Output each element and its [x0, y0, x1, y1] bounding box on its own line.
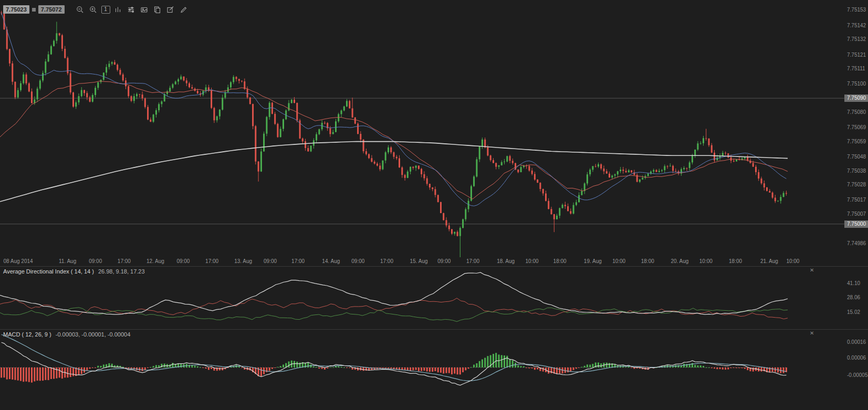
price-line-badge[interactable]: 7.75090 [844, 94, 868, 102]
macd-axis-label: 0.00006 [844, 355, 868, 361]
pencil-icon [180, 6, 187, 14]
time-axis-label: 21. Aug [760, 259, 778, 264]
price-axis-label: 7.75132 [844, 37, 868, 42]
adx-axis-label: 28.06 [844, 295, 868, 300]
chart-type-icon [114, 6, 122, 14]
price-axis-label: 7.75038 [844, 169, 868, 174]
time-axis-label: 10:00 [526, 259, 539, 264]
copy-chart-button[interactable] [152, 5, 163, 14]
time-axis-label: 19. Aug [584, 259, 602, 264]
edit-chart-button[interactable] [165, 5, 176, 14]
macd-axis-label: 0.00016 [844, 340, 868, 345]
draw-button[interactable] [179, 5, 189, 14]
time-axis-label: 09:00 [437, 259, 451, 264]
price-axis-label: 7.75048 [844, 154, 868, 160]
edit-icon [166, 6, 174, 14]
snapshot-icon [140, 6, 148, 14]
macd-axis[interactable]: 0.000160.00006-0.00005 [844, 329, 868, 410]
chart-type-button[interactable] [113, 5, 123, 14]
price-axis-label: 7.75121 [844, 52, 868, 58]
panel-separator [0, 266, 868, 267]
macd-panel-header: MACD ( 12, 26, 9 ) -0.00003, -0.00001, -… [3, 331, 130, 338]
zoom-in-icon [89, 6, 97, 14]
price-line-badge[interactable]: 7.75000 [844, 220, 868, 228]
macd-close-button[interactable]: ✕ [810, 331, 814, 336]
zoom-in-button[interactable] [88, 5, 99, 14]
time-axis-label: 15. Aug [410, 259, 428, 264]
time-axis-label: 18. Aug [497, 259, 515, 264]
time-axis-label: 18:00 [641, 259, 654, 264]
macd-chart[interactable] [0, 329, 844, 410]
macd-axis-label: -0.00005 [844, 373, 868, 378]
time-axis[interactable]: 08 Aug 201411. Aug09:0017:0012. Aug09:00… [0, 257, 844, 266]
time-axis-label: 17:00 [205, 259, 218, 264]
trading-chart-window: 7.75023 7.75072 1 [0, 0, 868, 410]
price-axis-label: 7.75007 [844, 212, 868, 217]
time-axis-label: 17:00 [291, 259, 305, 264]
time-axis-label: 17:00 [380, 259, 393, 264]
adx-panel-header: Average Directional Index ( 14, 14 ) 26.… [3, 268, 145, 275]
time-axis-label: 13. Aug [234, 259, 252, 264]
adx-axis[interactable]: 41.1028.0615.02 [844, 266, 868, 330]
macd-title: MACD ( 12, 26, 9 ) [3, 331, 51, 338]
bid-price-badge[interactable]: 7.75023 [3, 5, 29, 14]
zoom-out-icon [76, 6, 84, 14]
time-axis-label: 09:00 [264, 259, 277, 264]
price-axis-label: 7.74986 [844, 241, 868, 246]
price-axis-label: 7.75028 [844, 182, 868, 187]
time-axis-label: 11. Aug [59, 259, 76, 264]
chart-toolbar: 7.75023 7.75072 1 [3, 5, 189, 14]
time-axis-label: 20. Aug [671, 259, 688, 264]
time-axis-label: 10:00 [612, 259, 625, 264]
adx-axis-label: 41.10 [844, 281, 868, 286]
time-axis-label: 09:00 [89, 259, 102, 264]
zoom-out-button[interactable] [75, 5, 86, 14]
spread-indicator [32, 8, 36, 12]
price-axis-label: 7.75059 [844, 139, 868, 144]
timeframe-button[interactable]: 1 [101, 6, 110, 14]
price-axis-label: 7.75069 [844, 125, 868, 130]
time-axis-label: 18:00 [729, 259, 742, 264]
price-axis-label: 7.75142 [844, 23, 868, 28]
price-axis-label: 7.75111 [844, 66, 868, 71]
time-axis-label: 10:00 [699, 259, 713, 264]
indicators-icon [127, 6, 135, 14]
adx-axis-label: 15.02 [844, 310, 868, 315]
time-axis-label: 12. Aug [147, 259, 164, 264]
indicators-button[interactable] [126, 5, 137, 14]
time-axis-label: 14. Aug [322, 259, 340, 264]
adx-chart[interactable] [0, 266, 844, 330]
adx-close-button[interactable]: ✕ [810, 268, 814, 273]
adx-values: 26.98, 9.18, 17.23 [98, 268, 145, 275]
price-axis-label: 7.75017 [844, 197, 868, 203]
price-axis[interactable]: 7.751537.751427.751327.751217.751117.751… [844, 0, 868, 257]
price-axis-label: 7.75153 [844, 7, 868, 13]
macd-values: -0.00003, -0.00001, -0.00004 [56, 331, 131, 338]
copy-icon [153, 6, 161, 14]
ask-price-badge[interactable]: 7.75072 [38, 5, 65, 14]
time-axis-label: 09:00 [176, 259, 190, 264]
price-axis-label: 7.75100 [844, 81, 868, 87]
snapshot-button[interactable] [139, 5, 150, 14]
time-axis-label: 17:00 [118, 259, 131, 264]
panel-separator [0, 329, 868, 330]
time-axis-label: 10:00 [786, 259, 799, 264]
price-axis-label: 7.75080 [844, 110, 868, 115]
time-axis-label: 08 Aug 2014 [3, 259, 33, 264]
time-axis-label: 09:00 [351, 259, 364, 264]
candlestick-chart[interactable] [0, 0, 844, 257]
adx-title: Average Directional Index ( 14, 14 ) [3, 268, 94, 275]
time-axis-label: 17:00 [466, 259, 479, 264]
time-axis-label: 18:00 [553, 259, 567, 264]
